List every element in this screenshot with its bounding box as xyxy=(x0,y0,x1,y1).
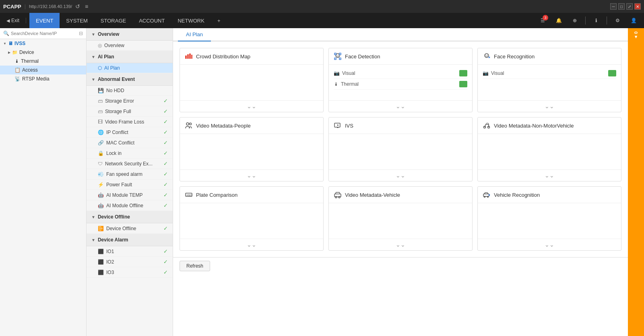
tree-label-device: Device xyxy=(19,49,34,55)
card-face-recog-footer: ⌄⌄ xyxy=(478,100,621,112)
card-face-expand[interactable]: ⌄⌄ xyxy=(396,103,405,109)
menu-plus[interactable]: + xyxy=(211,13,227,28)
refresh-button[interactable]: Refresh xyxy=(180,261,210,271)
menu-event[interactable]: EVENT xyxy=(29,13,60,28)
svg-marker-17 xyxy=(337,124,339,126)
nav-storage-full[interactable]: 🗃 Storage Full ✓ xyxy=(87,106,173,117)
exit-button[interactable]: ◀ Exit xyxy=(5,18,26,23)
nav-device-offline[interactable]: 📴 Device Offline ✓ xyxy=(87,223,173,234)
card-face-recog-title: Face Recognition xyxy=(494,54,535,60)
card-crowd-expand[interactable]: ⌄⌄ xyxy=(247,103,256,109)
minimize-button[interactable]: ─ xyxy=(610,3,617,10)
icon-plate: ABC 123 xyxy=(185,191,193,199)
nav-aiplan[interactable]: ⬡ AI Plan xyxy=(87,63,173,73)
tree-label-rtsp: RTSP Media xyxy=(22,76,50,82)
nav-ip-conflict[interactable]: 🌐 IP Conflict ✓ xyxy=(87,127,173,138)
settings-button[interactable]: ⊕ xyxy=(569,15,580,26)
search-input[interactable] xyxy=(11,31,77,36)
svg-point-29 xyxy=(484,196,485,198)
card-face-body: 📷 Visual 🌡 Thermal xyxy=(329,65,472,100)
nav-io1[interactable]: ⬛ IO1 ✓ xyxy=(87,246,173,257)
card-people-footer: ⌄⌄ xyxy=(180,169,323,181)
tree-root-ivss[interactable]: ▼ 🖥 IVSS xyxy=(0,39,86,48)
refresh-icon[interactable]: ↺ xyxy=(75,3,80,10)
filter-icon[interactable]: ⊟ xyxy=(79,31,83,36)
nav-network-security[interactable]: 🛡 Network Security Ex... ✓ xyxy=(87,159,173,169)
tree-rtsp[interactable]: 📡 RTSP Media xyxy=(0,74,86,83)
card-vehicle-recog-body xyxy=(478,203,621,239)
tree-thermal[interactable]: 🌡 Thermal xyxy=(0,57,86,66)
icon-power-fault: ⚡ xyxy=(98,182,104,188)
icon-lock-in: 🔒 xyxy=(98,150,104,156)
menu-network[interactable]: NETWORK xyxy=(171,13,211,28)
nav-no-hdd[interactable]: 💾 No HDD xyxy=(87,86,173,96)
menu-storage[interactable]: STORAGE xyxy=(94,13,132,28)
check-fan-alarm: ✓ xyxy=(163,171,168,177)
check-video-frame: ✓ xyxy=(163,119,168,125)
nav-lock-in[interactable]: 🔒 Lock in ✓ xyxy=(87,148,173,159)
nav-io2[interactable]: ⬛ IO2 ✓ xyxy=(87,257,173,267)
card-plate-expand[interactable]: ⌄⌄ xyxy=(247,241,256,248)
card-vehicle-footer: ⌄⌄ xyxy=(329,239,472,250)
card-face-recog-expand[interactable]: ⌄⌄ xyxy=(545,103,554,109)
tree-access[interactable]: 📋 Access xyxy=(0,66,86,74)
svg-rect-0 xyxy=(185,56,187,59)
section-device-alarm[interactable]: ▼ Device Alarm xyxy=(87,234,173,246)
nav-fan-alarm[interactable]: 💨 Fan speed alarm ✓ xyxy=(87,169,173,179)
card-ivs-footer: ⌄⌄ xyxy=(329,169,472,181)
section-aiplan[interactable]: ▼ AI Plan xyxy=(87,51,173,63)
section-abnormal[interactable]: ▼ Abnormal Event xyxy=(87,73,173,86)
card-people-title: Video Metadata-People xyxy=(196,123,251,129)
user-button[interactable]: 👤 xyxy=(628,15,639,26)
face-label-thermal: 🌡 Thermal xyxy=(334,81,459,87)
menu-icon[interactable]: ≡ xyxy=(85,3,88,10)
face-label-visual: 📷 Visual xyxy=(334,70,459,76)
info-button[interactable]: ℹ xyxy=(590,15,602,26)
icon-aiplan: ⬡ xyxy=(98,65,102,71)
alert-panel[interactable]: ▲ 0 xyxy=(628,28,644,336)
section-device-alarm-label: Device Alarm xyxy=(98,237,128,243)
nav-ai-temp[interactable]: 🤖 AI Module TEMP ✓ xyxy=(87,190,173,200)
check-power-fault: ✓ xyxy=(163,181,168,188)
card-people-header: Video Metadata-People xyxy=(180,117,323,134)
nav-overview[interactable]: ◎ Overview xyxy=(87,41,173,51)
global-settings-button[interactable]: ⚙ xyxy=(612,15,623,26)
card-vehicle-recog-header: Vehicle Recognition xyxy=(478,187,621,203)
card-people-expand[interactable]: ⌄⌄ xyxy=(247,172,256,179)
nav-mac-conflict[interactable]: 🔗 MAC Conflict ✓ xyxy=(87,138,173,148)
maximize-button[interactable]: ⤢ xyxy=(626,3,633,10)
check-ai-offline: ✓ xyxy=(163,202,168,208)
icon-no-hdd: 💾 xyxy=(98,88,104,93)
section-overview[interactable]: ▼ Overview xyxy=(87,28,173,41)
nav-power-fault[interactable]: ⚡ Power Fault ✓ xyxy=(87,179,173,190)
close-button[interactable]: ✕ xyxy=(634,3,641,10)
icon-crowd xyxy=(185,52,193,60)
icon-io2: ⬛ xyxy=(98,259,104,265)
restore-button[interactable]: □ xyxy=(618,3,625,10)
nav-ai-offline[interactable]: 🤖 AI Module Offline ✓ xyxy=(87,200,173,211)
card-face-header: Face Detection xyxy=(329,48,472,65)
tab-ai-plan[interactable]: AI Plan xyxy=(178,28,211,41)
card-nonmotor-title: Video Metadata-Non-MotorVehicle xyxy=(494,123,574,129)
nav-video-frame-loss[interactable]: 🎞 Video Frame Loss ✓ xyxy=(87,117,173,127)
card-vehicle-body xyxy=(329,203,472,239)
card-face-footer: ⌄⌄ xyxy=(329,100,472,112)
title-bar-controls: ─ □ ⤢ ✕ xyxy=(610,3,641,10)
card-vehicle-expand[interactable]: ⌄⌄ xyxy=(396,241,405,248)
card-vehicle-recog-expand[interactable]: ⌄⌄ xyxy=(545,241,554,248)
face-row-thermal: 🌡 Thermal xyxy=(334,79,467,90)
section-device-offline[interactable]: ▼ Device Offline xyxy=(87,211,173,223)
menu-system[interactable]: SYSTEM xyxy=(60,13,94,28)
icon-video-frame: 🎞 xyxy=(98,119,103,125)
svg-point-5 xyxy=(336,55,337,56)
card-nonmotor-expand[interactable]: ⌄⌄ xyxy=(545,172,554,179)
menu-account[interactable]: ACCOUNT xyxy=(132,13,171,28)
alerts-button[interactable]: 🔔 xyxy=(553,15,564,26)
notifications-button[interactable]: ☰ 3 xyxy=(537,15,548,26)
nav-io3[interactable]: ⬛ IO3 ✓ xyxy=(87,267,173,278)
card-crowd-distribution: Crowd Distribution Map ⌄⌄ xyxy=(180,48,324,112)
card-face-recog-header: Face Recognition xyxy=(478,48,621,65)
nav-storage-error[interactable]: 🗃 Storage Error ✓ xyxy=(87,96,173,106)
tree-device[interactable]: ▶ 📁 Device xyxy=(0,48,86,57)
card-ivs-expand[interactable]: ⌄⌄ xyxy=(396,172,405,179)
